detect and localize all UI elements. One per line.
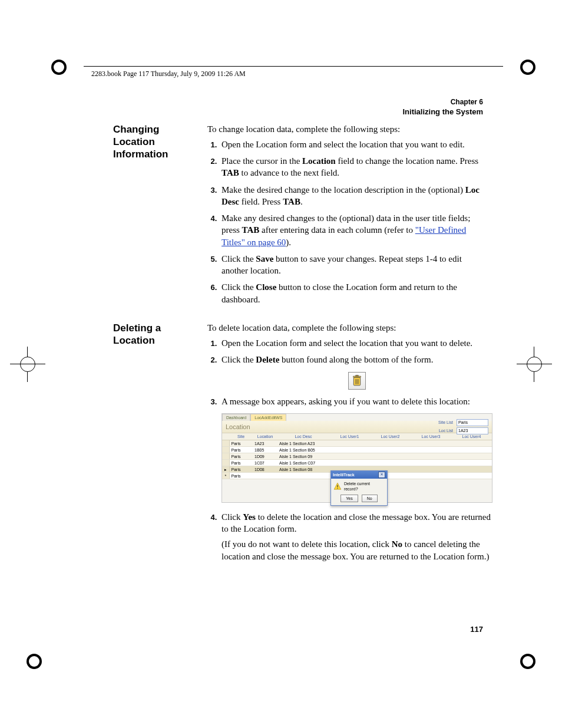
confirm-delete-dialog: IntelliTrack × xyxy=(330,470,388,506)
dialog-yes-button: Yes xyxy=(340,495,358,502)
dialog-message: Delete current record? xyxy=(344,481,385,492)
table-row: Paris1C07Aisle 1 Section C07 xyxy=(222,460,492,466)
site-list-field: Paris xyxy=(457,419,488,426)
form-title: Location xyxy=(226,423,250,431)
chapter-number: Chapter 6 xyxy=(113,97,483,107)
site-list-label: Site List xyxy=(438,420,453,425)
col-locuser2: Loc User2 xyxy=(370,433,411,440)
svg-rect-7 xyxy=(337,485,338,487)
sec2-step2: Click the Delete button found along the … xyxy=(219,354,492,389)
page-number: 117 xyxy=(470,625,483,634)
sec1-step4: Make any desired changes to the (optiona… xyxy=(219,212,483,248)
col-locdesc: Loc Desc xyxy=(277,433,329,440)
sec2-step3: A message box appears, asking you if you… xyxy=(219,396,492,503)
svg-rect-8 xyxy=(337,488,338,489)
sec2-step4: Click Yes to delete the location and clo… xyxy=(219,511,492,562)
col-locuser1: Loc User1 xyxy=(329,433,370,440)
svg-rect-5 xyxy=(356,375,358,375)
warning-icon xyxy=(333,482,342,490)
tab-locaddeditws: LocAddEditWS xyxy=(250,414,286,421)
sec1-intro: To change location data, complete the fo… xyxy=(207,123,483,135)
dialog-no-button: No xyxy=(362,495,378,502)
chapter-meta: Chapter 6 Initializing the System xyxy=(113,97,483,117)
dialog-title: IntelliTrack xyxy=(333,472,355,477)
tab-dashboard: Dashboard xyxy=(222,414,250,421)
loc-list-label: Loc List xyxy=(438,428,453,433)
sec1-step2: Place the cursor in the Location field t… xyxy=(219,155,483,179)
sec1-step3: Make the desired change to the location … xyxy=(219,184,483,208)
section-heading-changing-location: Changing Location Information xyxy=(113,123,190,310)
sec1-step1: Open the Location form and select the lo… xyxy=(219,139,483,150)
col-site: Site xyxy=(229,433,253,440)
running-header: 2283.book Page 117 Thursday, July 9, 200… xyxy=(91,70,246,78)
table-row: Paris1B05Aisle 1 Section B05 xyxy=(222,447,492,453)
top-rule xyxy=(84,66,503,67)
chapter-title: Initializing the System xyxy=(113,107,483,117)
sec2-step1: Open the Location form and select the lo… xyxy=(219,337,492,349)
table-row: Paris1D09Aisle 1 Section 09 xyxy=(222,453,492,460)
delete-icon xyxy=(348,372,366,390)
page-content: Chapter 6 Initializing the System Changi… xyxy=(113,97,483,575)
location-form-screenshot: Dashboard LocAddEditWS Location Site Lis… xyxy=(222,413,492,503)
col-location: Location xyxy=(253,433,277,440)
section-heading-deleting-location: Deleting a Location xyxy=(113,322,190,567)
table-row: Paris1A23Aisle 1 Section A23 xyxy=(222,440,492,447)
sec1-step6: Click the Close button to close the Loca… xyxy=(219,281,483,305)
sec2-intro: To delete location data, complete the fo… xyxy=(207,322,492,334)
sec1-step5: Click the Save button to save your chang… xyxy=(219,253,483,277)
dialog-close-icon: × xyxy=(378,472,385,478)
